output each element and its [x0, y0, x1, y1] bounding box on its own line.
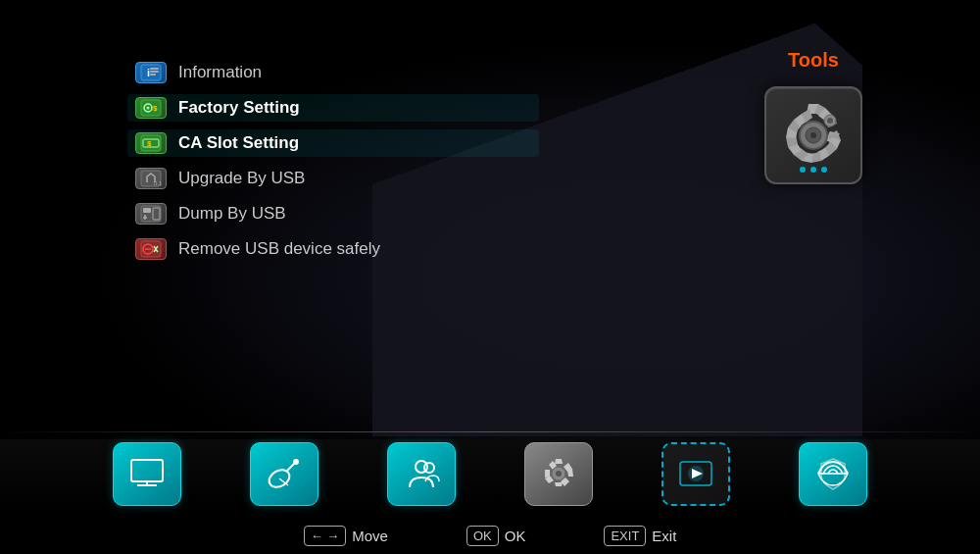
- icon-factory: $: [135, 97, 167, 119]
- svg-text:$: $: [147, 139, 152, 148]
- tools-dot-3: [821, 167, 827, 173]
- bottom-icon-tv[interactable]: [113, 442, 181, 506]
- svg-point-33: [424, 463, 434, 473]
- exit-key: EXIT: [604, 526, 646, 546]
- exit-label: Exit: [652, 528, 676, 544]
- footer-move: ← → Move: [304, 526, 388, 546]
- menu-item-factory-label: Factory Setting: [178, 98, 300, 118]
- menu-item-remove[interactable]: Remove USB device safely: [127, 235, 539, 263]
- tools-icon-box[interactable]: [764, 86, 862, 184]
- icon-dump: [135, 203, 167, 225]
- svg-point-22: [810, 132, 816, 138]
- tools-gear-icon: [779, 101, 848, 170]
- menu-item-information[interactable]: i Information: [127, 59, 539, 86]
- tools-title: Tools: [788, 49, 839, 72]
- svg-rect-15: [143, 208, 151, 213]
- menu-item-upgrade[interactable]: 0.18 Upgrade By USB: [127, 165, 539, 192]
- ok-key: OK: [466, 526, 499, 546]
- footer-ok: OK OK: [466, 526, 525, 546]
- icon-information: i: [135, 62, 167, 83]
- svg-text:0.18: 0.18: [154, 180, 162, 186]
- bottom-icon-network[interactable]: [799, 442, 867, 506]
- main-content: i Information $ Factory Setting: [0, 0, 980, 431]
- move-label: Move: [352, 528, 388, 544]
- footer-exit: EXIT Exit: [604, 526, 676, 546]
- menu-item-remove-label: Remove USB device safely: [178, 239, 380, 259]
- svg-rect-4: [150, 74, 156, 76]
- svg-rect-25: [131, 460, 163, 481]
- icon-upgrade: 0.18: [135, 168, 167, 189]
- menu-item-dump[interactable]: Dump By USB: [127, 200, 539, 227]
- tools-panel: Tools: [764, 49, 862, 184]
- svg-point-7: [147, 107, 150, 110]
- footer-controls: ← → Move OK OK EXIT Exit: [0, 526, 980, 546]
- svg-point-24: [827, 118, 833, 124]
- tools-dot-1: [800, 167, 806, 173]
- menu-item-upgrade-label: Upgrade By USB: [178, 169, 305, 188]
- menu-item-ca[interactable]: $ CA Slot Setting: [127, 129, 539, 157]
- menu-panel: i Information $ Factory Setting: [127, 59, 539, 271]
- bottom-icon-tools[interactable]: [524, 442, 593, 506]
- divider-line: [0, 431, 980, 432]
- ok-label: OK: [505, 528, 526, 544]
- tools-dots: [800, 167, 827, 173]
- svg-point-30: [293, 459, 299, 465]
- menu-item-ca-label: CA Slot Setting: [178, 133, 299, 153]
- move-key: ← →: [304, 526, 347, 546]
- svg-rect-3: [150, 71, 159, 73]
- menu-item-dump-label: Dump By USB: [178, 204, 286, 224]
- svg-rect-2: [150, 68, 159, 70]
- bottom-icon-satellite[interactable]: [250, 442, 318, 506]
- bottom-icon-user[interactable]: [387, 442, 456, 506]
- svg-text:$: $: [153, 104, 158, 113]
- svg-text:i: i: [147, 67, 150, 78]
- icon-remove: [135, 238, 167, 260]
- bottom-icon-media[interactable]: [662, 442, 730, 506]
- svg-point-35: [556, 471, 562, 477]
- menu-item-factory[interactable]: $ Factory Setting: [127, 94, 539, 122]
- menu-item-information-label: Information: [178, 63, 262, 82]
- bottom-icons-row: [0, 439, 980, 508]
- tools-dot-2: [810, 167, 816, 173]
- icon-ca: $: [135, 132, 167, 154]
